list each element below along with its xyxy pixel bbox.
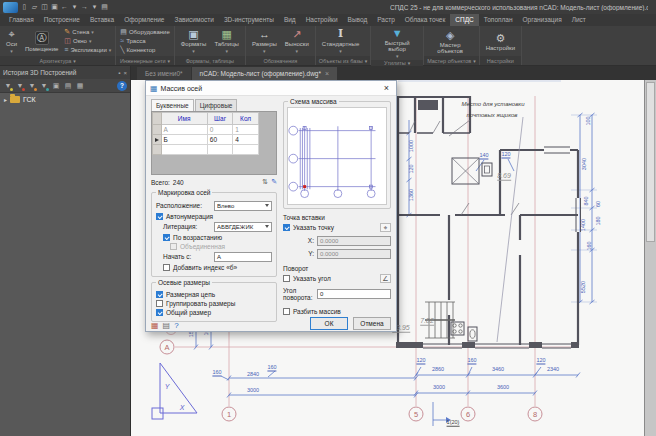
literation-select[interactable]: АБВГДЕЖИК [214,222,272,232]
dimension-chain-checkbox[interactable]: Размерная цепь [156,291,272,298]
location-select[interactable]: Влево [214,201,272,211]
button-formats[interactable]: ▣Форматы▾ [179,28,209,54]
button-quick-select[interactable]: ▼Быстрый выбор▾ [375,27,419,59]
button-explication[interactable]: ≡Экспликации▾ [64,46,111,54]
save-all-icon[interactable]: ▣ [50,1,59,13]
ribbon-tab[interactable]: СПДС [450,14,478,26]
ribbon-tab[interactable]: Облака точек [400,14,451,26]
ribbon-tab[interactable]: Лист [567,14,591,26]
save-icon[interactable]: ◫ [40,1,49,13]
dialog-titlebar[interactable]: ▦ Массив осей × [146,81,396,96]
pick-point-checkbox[interactable]: Указать точку ⌖ [283,223,391,232]
cell[interactable]: А [161,125,207,135]
start-with-field[interactable]: А [214,252,272,262]
overall-dimension-checkbox[interactable]: Общий размер [156,309,272,316]
button-connector[interactable]: ╲Коннектор [120,46,169,54]
cancel-button[interactable]: Отмена [353,317,391,330]
ribbon-tab[interactable]: Оформление [119,14,169,26]
ascending-checkbox[interactable]: По возрастанию [163,234,272,241]
button-standard[interactable]: IСтандартные▾ [320,28,361,54]
tree-item[interactable]: ▸ГСК [4,96,126,103]
cell[interactable] [161,145,207,155]
ribbon-tab[interactable]: Построение [39,14,85,26]
ribbon-tab[interactable]: Настройки [301,14,343,26]
cell[interactable] [233,145,259,155]
new-file-icon[interactable]: ▯ [20,1,29,13]
print-icon[interactable]: ▤ [100,1,109,13]
column-header[interactable]: Шаг [207,113,233,125]
tab-digits[interactable]: Цифровые [195,99,238,111]
undo-dropdown-icon[interactable]: ▾ [70,1,79,13]
vertical-scrollbar[interactable] [644,80,656,436]
pin-icon[interactable]: ▪ [118,70,120,76]
ribbon-tab[interactable]: Вид [279,14,301,26]
column-header[interactable]: Кол [233,113,259,125]
ribbon-tab[interactable]: 3D-инструменты [219,14,279,26]
expand-arrow-icon[interactable]: ▸ [4,96,7,103]
ribbon-tab[interactable]: Организация [518,14,567,26]
button-dimensions[interactable]: ↔Размеры▾ [250,28,279,54]
button-room[interactable]: ⒶПомещение [23,31,60,52]
redo-dropdown-icon[interactable]: ▾ [90,1,99,13]
button-route[interactable]: ≈Трасса [120,37,169,45]
filter-warnings-icon[interactable]: ▼ [27,81,37,91]
ribbon-tab[interactable]: Главная [4,14,39,26]
button-equipment[interactable]: ▤Оборудование [120,28,169,36]
ribbon-tab[interactable]: Вывод [343,14,373,26]
column-header[interactable]: Имя [161,113,207,125]
button-object-master[interactable]: ◈Мастер объектов [428,29,472,54]
table-row[interactable]: Б604 [153,135,276,145]
tab-letters[interactable]: Буквенные [151,99,194,111]
y-coordinate-field[interactable]: 0.0000 [317,249,391,259]
pick-angle-checkbox[interactable]: Указать угол ∠ [283,274,391,283]
cell[interactable]: 0 [207,125,233,135]
drawing-canvas[interactable]: Место для установкипочтовых ящиков8.697.… [131,80,644,436]
axes-table[interactable]: ИмяШагКолА01Б604 [151,111,277,175]
filter-icon[interactable]: ▼ [3,81,13,91]
ribbon-tab[interactable]: Вставка [85,14,119,26]
tab-close-icon[interactable]: × [325,70,329,77]
cell[interactable] [207,145,233,155]
cell[interactable]: 1 [233,125,259,135]
copy-icon[interactable]: ▣ [51,81,61,91]
cell[interactable]: Б [161,135,207,145]
cell[interactable]: 4 [233,135,259,145]
cell[interactable]: 60 [207,135,233,145]
axis-table-icon[interactable]: ▦ [151,322,159,330]
document-tab[interactable]: nCAD: Модель-лист (оформление).dwg*× [192,67,338,80]
edit-icon[interactable]: ✎ [271,178,277,186]
ribbon-tab[interactable]: Топоплан [479,14,518,26]
explode-array-checkbox[interactable]: Разбить массив [283,308,391,315]
document-tab[interactable]: Без имени0* [137,67,191,80]
autonumber-checkbox[interactable]: Автонумерация [156,213,272,220]
ribbon-tab[interactable]: Зависимости [169,14,218,26]
button-leaders[interactable]: ↗Выноски▾ [283,28,311,54]
rotation-angle-field[interactable]: 0 [317,289,391,299]
button-tables[interactable]: ▦Таблицы▾ [212,28,241,54]
scrollbar-thumb[interactable] [646,82,655,242]
button-window[interactable]: ◫Окно▾ [64,37,111,45]
filter-errors-icon[interactable]: ▼ [15,81,25,91]
group-dimensions-checkbox[interactable]: Группировать размеры [156,300,272,307]
add-index-checkbox[interactable]: Добавить индекс «б» [163,264,272,271]
help-icon[interactable]: ? [174,322,178,330]
dialog-close-button[interactable]: × [381,83,392,93]
combined-checkbox[interactable]: Объединенная [170,243,272,250]
grid-icon[interactable]: ▦ [75,81,85,91]
table-row[interactable]: А01 [153,125,276,135]
button-axes[interactable]: ⌖Оси▾ [4,28,19,54]
undo-icon[interactable]: ← [60,1,69,13]
table-row[interactable] [153,145,276,155]
filter-info-icon[interactable]: ▼ [39,81,49,91]
open-file-icon[interactable]: ▱ [30,1,39,13]
pick-angle-icon[interactable]: ∠ [380,274,391,283]
app-logo-icon[interactable] [3,2,18,13]
pick-point-icon[interactable]: ⌖ [380,223,391,232]
redo-icon[interactable]: → [80,1,89,13]
button-wall[interactable]: ✎Стена▾ [64,28,111,36]
close-icon[interactable]: × [123,70,127,76]
report-icon[interactable]: ▤ [63,81,73,91]
button-settings[interactable]: ⚙Настройки [484,32,517,51]
x-coordinate-field[interactable]: 0.0000 [317,236,391,246]
renumber-icon[interactable]: ⇅ [262,178,268,186]
